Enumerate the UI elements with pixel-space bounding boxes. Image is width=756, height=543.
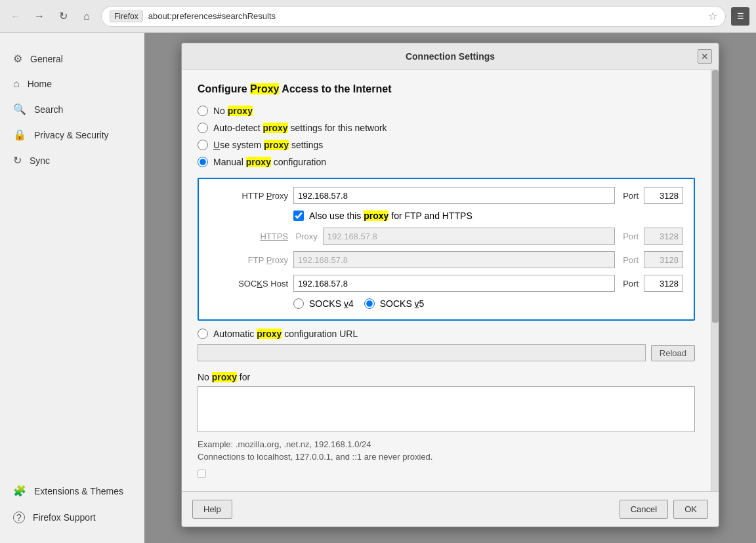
http-proxy-input[interactable] [293, 187, 615, 204]
radio-system-proxy-label: Use system proxy settings [213, 140, 323, 150]
bottom-checkbox-row [198, 470, 695, 478]
socks-v4-radio[interactable] [293, 298, 304, 309]
sidebar: ⚙ General ⌂ Home 🔍 Search 🔒 Privacy & Se… [0, 33, 144, 543]
sidebar-item-search[interactable]: 🔍 Search [0, 96, 144, 122]
connection-settings-dialog: Connection Settings ✕ Configure Proxy Ac… [181, 43, 719, 527]
https-port-label: Port [623, 231, 639, 241]
also-use-label: Also use this proxy for FTP and HTTPS [309, 211, 472, 221]
socks-v4-option[interactable]: SOCKS v4 [293, 298, 354, 309]
sidebar-item-home[interactable]: ⌂ Home [0, 71, 144, 96]
manual-proxy-section: HTTP Proxy Port Also use this proxy for … [198, 178, 695, 321]
http-proxy-label: HTTP Proxy [209, 191, 288, 201]
sidebar-label-support: Firefox Support [33, 512, 96, 523]
section-title: Configure Proxy Access to the Internet [198, 83, 695, 95]
modal-inner: Configure Proxy Access to the Internet N… [182, 70, 719, 491]
refresh-button[interactable]: ↻ [54, 7, 72, 26]
extensions-icon: 🧩 [13, 485, 26, 497]
no-proxy-textarea[interactable] [198, 386, 695, 432]
sidebar-label-general: General [30, 54, 63, 64]
also-use-checkbox[interactable] [293, 211, 304, 221]
cancel-button[interactable]: Cancel [620, 500, 668, 519]
ftp-port-input[interactable] [644, 251, 683, 268]
radio-auto-url-label: Automatic proxy configuration URL [213, 329, 358, 339]
radio-no-proxy-label: No proxy [213, 106, 253, 116]
sidebar-label-extensions: Extensions & Themes [34, 486, 123, 496]
socks-v5-option[interactable]: SOCKS v5 [364, 298, 425, 309]
no-proxy-label: No proxy for [198, 372, 695, 382]
sidebar-item-privacy[interactable]: 🔒 Privacy & Security [0, 122, 144, 148]
radio-manual-proxy-input[interactable] [198, 157, 208, 167]
ftp-proxy-input[interactable] [293, 251, 615, 268]
https-proxy-label2: Proxy [241, 231, 318, 241]
lock-icon: 🔒 [13, 129, 26, 141]
modal-overlay: Connection Settings ✕ Configure Proxy Ac… [144, 33, 756, 543]
socks-host-label: SOCKS Host [209, 279, 288, 289]
socks-v5-radio[interactable] [364, 298, 375, 309]
gear-icon: ⚙ [13, 52, 22, 65]
help-button[interactable]: Help [192, 500, 232, 519]
sidebar-item-extensions[interactable]: 🧩 Extensions & Themes [0, 478, 144, 504]
auto-url-input[interactable] [198, 344, 646, 361]
sidebar-item-support[interactable]: ? Firefox Support [0, 505, 144, 530]
radio-no-proxy-input[interactable] [198, 106, 208, 116]
https-proxy-input[interactable] [323, 228, 615, 245]
browser-content: Connection Settings ✕ Configure Proxy Ac… [144, 33, 756, 543]
socks-host-row: SOCKS Host Port [209, 275, 683, 292]
socks-host-input[interactable] [293, 275, 615, 292]
radio-system-proxy[interactable]: Use system proxy settings [198, 140, 695, 150]
auto-url-row: Reload [198, 344, 695, 361]
bookmark-icon[interactable]: ☆ [708, 10, 717, 22]
sidebar-label-home: Home [28, 79, 52, 89]
socks-version-row: SOCKS v4 SOCKS v5 [293, 298, 683, 309]
radio-system-proxy-input[interactable] [198, 140, 208, 150]
address-bar[interactable]: Firefox about:preferences#searchResults … [101, 6, 726, 27]
connections-text: Connections to localhost, 127.0.0.1, and… [198, 452, 695, 462]
support-icon: ? [13, 512, 25, 523]
example-text: Example: .mozilla.org, .net.nz, 192.168.… [198, 439, 695, 449]
back-button[interactable]: ← [7, 7, 25, 26]
socks-port-input[interactable] [644, 275, 683, 292]
radio-group: No proxy Auto-detect proxy settings for … [198, 106, 695, 167]
menu-button[interactable]: ☰ [731, 7, 749, 26]
address-text: about:preferences#searchResults [148, 11, 703, 21]
radio-manual-proxy-label: Manual proxy configuration [213, 157, 326, 167]
ftp-port-label: Port [623, 255, 639, 265]
http-port-label: Port [623, 191, 639, 201]
heading-suffix: Access to the Internet [279, 83, 391, 94]
reload-button[interactable]: Reload [651, 345, 695, 361]
sidebar-item-general[interactable]: ⚙ General [0, 46, 144, 71]
radio-auto-detect-input[interactable] [198, 123, 208, 133]
ok-button[interactable]: OK [673, 500, 708, 519]
sync-icon: ↻ [13, 154, 22, 167]
sidebar-label-search: Search [34, 104, 63, 115]
close-icon: ✕ [701, 51, 709, 62]
socks-port-label: Port [623, 279, 639, 289]
heading-prefix: Configure [198, 83, 250, 94]
sidebar-label-sync: Sync [30, 155, 50, 166]
home-button[interactable]: ⌂ [77, 7, 96, 26]
radio-auto-detect-label: Auto-detect proxy settings for this netw… [213, 123, 387, 133]
radio-auto-url-input[interactable] [198, 329, 208, 339]
close-button[interactable]: ✕ [698, 49, 712, 64]
bottom-checkbox[interactable] [198, 470, 206, 478]
modal-header: Connection Settings ✕ [182, 43, 719, 70]
radio-manual-proxy[interactable]: Manual proxy configuration [198, 157, 695, 167]
socks-v4-label: SOCKS v4 [309, 298, 354, 309]
radio-auto-detect[interactable]: Auto-detect proxy settings for this netw… [198, 123, 695, 133]
firefox-badge: Firefox [110, 10, 143, 22]
http-proxy-row: HTTP Proxy Port [209, 187, 683, 204]
search-icon: 🔍 [13, 103, 26, 115]
radio-no-proxy[interactable]: No proxy [198, 106, 695, 116]
sidebar-item-sync[interactable]: ↻ Sync [0, 148, 144, 173]
heading-highlight: Proxy [250, 83, 279, 94]
modal-scrollbar[interactable] [711, 70, 719, 491]
http-port-input[interactable] [644, 187, 683, 204]
forward-button[interactable]: → [30, 7, 49, 26]
auto-proxy-group: Automatic proxy configuration URL [198, 329, 695, 339]
https-port-input[interactable] [644, 228, 683, 245]
no-proxy-section: No proxy for [198, 372, 695, 434]
radio-auto-url[interactable]: Automatic proxy configuration URL [198, 329, 695, 339]
scroll-thumb [712, 70, 719, 323]
home-icon: ⌂ [13, 78, 20, 90]
socks-v5-label: SOCKS v5 [380, 298, 425, 309]
